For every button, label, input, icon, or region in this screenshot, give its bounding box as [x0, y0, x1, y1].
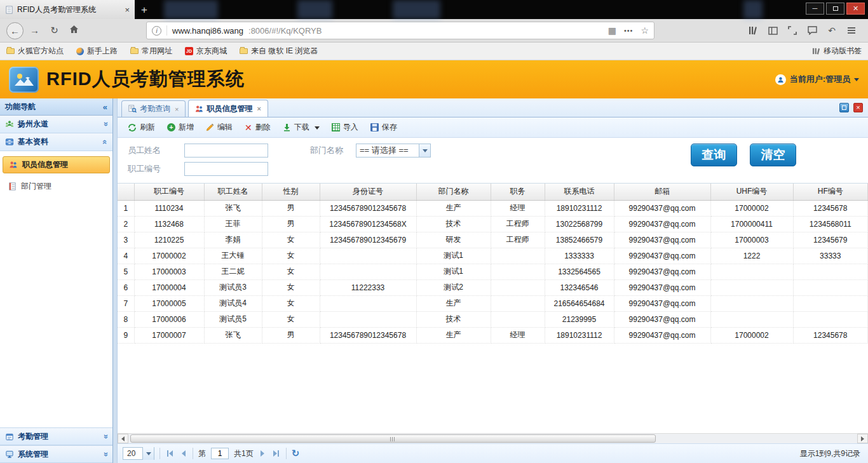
cell-department: 测试2 [416, 279, 491, 295]
current-user-menu[interactable]: 当前用户:管理员 [775, 74, 859, 85]
query-button[interactable]: 查询 [691, 144, 737, 166]
back-button[interactable]: ← [6, 22, 24, 39]
combo-arrow-icon[interactable] [419, 144, 430, 157]
col-header[interactable]: 职务 [491, 184, 545, 200]
cell-uhf-code [710, 295, 793, 311]
prev-page-button[interactable] [180, 450, 187, 457]
group-label: 系统管理 [18, 449, 48, 460]
row-index-cell: 2 [118, 216, 134, 232]
sidebar-group-basic-data[interactable]: 基本资料 « [0, 133, 112, 151]
refresh-button[interactable]: 刷新 [123, 119, 160, 135]
reload-button[interactable]: ↻ [46, 22, 63, 39]
department-select[interactable]: == 请选择 == [356, 144, 431, 158]
tab-close-icon[interactable]: × [175, 105, 179, 113]
cell-email: 99290437@qq.com [614, 248, 710, 264]
sidebar-group-attendance[interactable]: 考勤管理 « [0, 427, 112, 445]
col-header[interactable]: 职工姓名 [204, 184, 262, 200]
first-page-button[interactable] [165, 450, 175, 457]
scroll-right-button[interactable] [857, 434, 868, 443]
cell-employee-name: 测试员3 [204, 279, 262, 295]
browser-tabstrip: RFID人员考勤管理系统 × + ─ ✕ [0, 0, 868, 19]
table-row[interactable]: 1 1110234 张飞 男 123456789012345678 生产 经理 … [118, 200, 868, 216]
table-row[interactable]: 9 17000007 张飞 男 123456789012345678 生产 经理… [118, 327, 868, 343]
scrollbar-thumb[interactable] [130, 434, 656, 443]
page-actions-icon[interactable]: ••• [624, 27, 634, 34]
col-header[interactable]: 邮箱 [614, 184, 710, 200]
col-header[interactable]: HF编号 [793, 184, 868, 200]
import-button[interactable]: 导入 [327, 119, 363, 135]
combo-arrow-icon[interactable] [142, 447, 154, 460]
sidebar-item-department[interactable]: 部门管理 [3, 178, 110, 195]
download-button[interactable]: 下载 [278, 119, 325, 135]
cell-department: 研发 [416, 232, 491, 248]
library-icon[interactable] [748, 25, 758, 36]
clear-button[interactable]: 清空 [750, 144, 796, 166]
pager-refresh-icon[interactable]: ↻ [292, 448, 300, 459]
forward-button[interactable]: → [26, 22, 43, 39]
table-row[interactable]: 8 17000006 测试员5 女 技术 21239995 99290437@q… [118, 311, 868, 327]
mobile-bookmarks[interactable]: 移动版书签 [812, 46, 862, 57]
divider [193, 448, 193, 459]
restore-icon[interactable]: ↶ [827, 25, 837, 36]
employee-name-input[interactable] [184, 144, 268, 158]
refresh-icon [128, 123, 137, 132]
col-header[interactable]: 性别 [262, 184, 320, 200]
col-header[interactable]: 职工编号 [134, 184, 204, 200]
minimize-button[interactable]: ─ [806, 3, 824, 15]
bookmark-item[interactable]: 火狐官方站点 [6, 46, 64, 57]
window-close-button[interactable]: ✕ [846, 3, 865, 15]
cell-position [491, 295, 545, 311]
table-row[interactable]: 5 17000003 王二妮 女 测试1 1332564565 99290437… [118, 264, 868, 279]
table-row[interactable]: 7 17000005 测试员4 女 生产 216564654684 992904… [118, 295, 868, 311]
menu-icon[interactable] [846, 25, 857, 36]
sidebar-collapse-icon[interactable]: « [103, 102, 107, 112]
sidebar-group-company[interactable]: 扬州永道 « [0, 116, 112, 133]
last-page-button[interactable] [271, 450, 281, 457]
qr-scan-icon[interactable]: ▦ [608, 25, 616, 36]
table-row[interactable]: 2 1132468 王菲 男 12345678901234568X 技术 工程师… [118, 216, 868, 232]
feedback-icon[interactable] [807, 25, 817, 36]
scroll-left-button[interactable] [118, 434, 128, 443]
delete-button[interactable]: ✕ 删除 [240, 119, 276, 135]
tab-close-icon[interactable]: × [125, 5, 130, 15]
site-info-icon[interactable]: i [152, 26, 161, 36]
bookmark-star-icon[interactable]: ☆ [641, 25, 649, 36]
user-icon [775, 74, 786, 85]
cell-id-card [320, 264, 416, 279]
col-header[interactable]: 身份证号 [320, 184, 416, 200]
bookmark-item[interactable]: JD 京东商城 [185, 46, 227, 57]
import-excel-icon [332, 123, 340, 131]
browser-tab[interactable]: RFID人员考勤管理系统 × [0, 0, 135, 19]
page-number-input[interactable] [211, 448, 229, 459]
screenshot-icon[interactable] [787, 25, 797, 36]
page-prefix-label: 第 [198, 448, 206, 459]
sidebar-group-system[interactable]: 系统管理 « [0, 445, 112, 463]
tab-attendance-query[interactable]: 考勤查询 × [121, 100, 186, 117]
col-header[interactable]: 部门名称 [416, 184, 491, 200]
url-bar[interactable]: i www.hanqi86.wang :8006/#!/Kq/KQRYB ▦ •… [146, 22, 654, 39]
employee-code-input[interactable] [184, 162, 268, 176]
maximize-panel-icon[interactable] [839, 103, 849, 112]
page-size-select[interactable]: 20 [123, 447, 154, 460]
tab-close-icon[interactable]: × [257, 105, 261, 112]
bookmark-item[interactable]: 新手上路 [76, 46, 118, 57]
bookmark-item[interactable]: 来自 微软 IE 浏览器 [240, 46, 318, 57]
edit-button[interactable]: 编辑 [201, 119, 238, 135]
close-panel-icon[interactable]: × [853, 103, 863, 112]
add-button[interactable]: 新增 [162, 119, 199, 135]
maximize-button[interactable] [826, 3, 844, 15]
table-row[interactable]: 4 17000002 王大锤 女 测试1 1333333 99290437@qq… [118, 248, 868, 264]
next-page-button[interactable] [259, 450, 266, 457]
horizontal-scrollbar[interactable] [118, 433, 868, 443]
save-button[interactable]: 保存 [365, 119, 402, 135]
sidebar-item-employee-info[interactable]: 职员信息管理 [3, 156, 110, 173]
new-tab-button[interactable]: + [135, 1, 154, 19]
bookmark-item[interactable]: 常用网址 [130, 46, 172, 57]
tab-employee-info[interactable]: 职员信息管理 × [188, 100, 268, 117]
table-row[interactable]: 3 1210225 李娟 女 123456789012345679 研发 工程师… [118, 232, 868, 248]
col-header[interactable]: 联系电话 [545, 184, 614, 200]
table-row[interactable]: 6 17000004 测试员3 女 11222333 测试2 132346546… [118, 279, 868, 295]
sidebar-toggle-icon[interactable] [768, 25, 778, 36]
col-header[interactable]: UHF编号 [710, 184, 793, 200]
home-button[interactable] [65, 22, 83, 39]
